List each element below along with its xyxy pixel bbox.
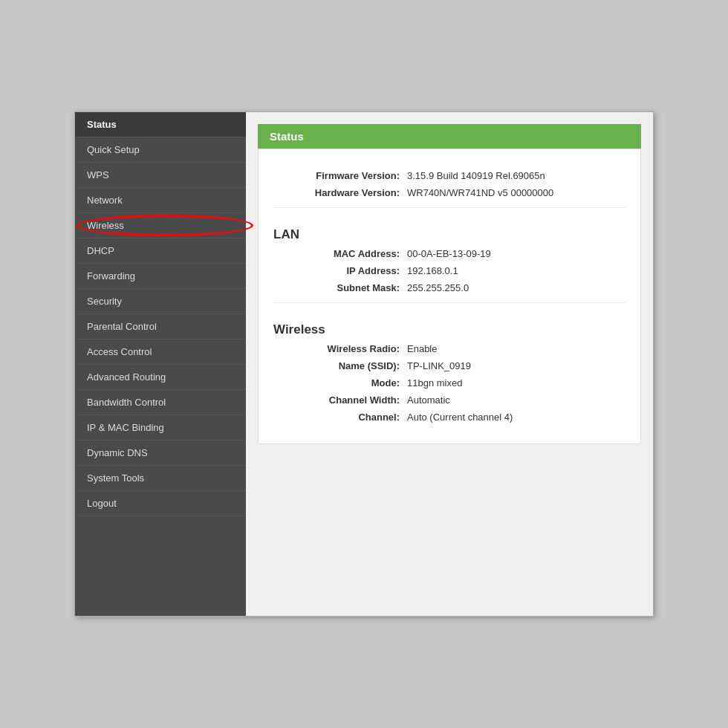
page-header: Status [258, 124, 641, 149]
channel-label: Channel: [273, 412, 407, 423]
subnet-value: 255.255.255.0 [407, 282, 469, 293]
firmware-value: 3.15.9 Build 140919 Rel.69065n [407, 170, 545, 181]
sidebar: StatusQuick SetupWPSNetworkWirelessDHCPF… [75, 112, 246, 616]
sidebar-item-bandwidth-control[interactable]: Bandwidth Control [75, 390, 246, 415]
sidebar-item-parental-control[interactable]: Parental Control [75, 314, 246, 339]
mode-rest-part: bgn mixed [417, 377, 462, 389]
sidebar-item-wireless[interactable]: Wireless [75, 213, 246, 238]
sidebar-item-logout[interactable]: Logout [75, 491, 246, 516]
sidebar-item-system-tools[interactable]: System Tools [75, 466, 246, 491]
sidebar-item-ip-mac-binding[interactable]: IP & MAC Binding [75, 415, 246, 441]
sidebar-item-advanced-routing[interactable]: Advanced Routing [75, 365, 246, 390]
channel-width-value: Automatic [407, 394, 450, 406]
sidebar-item-forwarding[interactable]: Forwarding [75, 264, 246, 289]
sidebar-item-network[interactable]: Network [75, 188, 246, 213]
hardware-value: WR740N/WR741ND v5 00000000 [407, 187, 553, 198]
radio-value: Enable [407, 343, 437, 354]
sidebar-item-security[interactable]: Security [75, 289, 246, 314]
mode-label: Mode: [273, 377, 407, 389]
channel-width-label: Channel Width: [273, 394, 407, 406]
sidebar-item-access-control[interactable]: Access Control [75, 339, 246, 365]
subnet-label: Subnet Mask: [273, 282, 407, 293]
sidebar-item-dhcp[interactable]: DHCP [75, 238, 246, 264]
channel-value: Auto (Current channel 4) [407, 412, 513, 423]
firmware-label: Firmware Version: [273, 170, 407, 181]
mode-green-part: 11 [407, 377, 417, 389]
mac-label: MAC Address: [273, 248, 407, 259]
lan-title: LAN [273, 217, 625, 248]
main-content: Status Firmware Version: 3.15.9 Build 14… [246, 112, 653, 616]
wireless-title: Wireless [273, 312, 625, 343]
radio-label: Wireless Radio: [273, 343, 407, 354]
mode-value: 11bgn mixed [407, 377, 462, 389]
sidebar-item-dynamic-dns[interactable]: Dynamic DNS [75, 441, 246, 466]
mac-value: 00-0A-EB-13-09-19 [407, 248, 491, 259]
sidebar-item-quick-setup[interactable]: Quick Setup [75, 137, 246, 163]
ssid-label: Name (SSID): [273, 360, 407, 371]
sidebar-item-wps[interactable]: WPS [75, 163, 246, 188]
ip-value: 192.168.0.1 [407, 265, 458, 276]
ssid-value: TP-LINK_0919 [407, 360, 471, 371]
hardware-label: Hardware Version: [273, 187, 407, 198]
sidebar-item-status[interactable]: Status [75, 112, 246, 137]
ip-label: IP Address: [273, 265, 407, 276]
